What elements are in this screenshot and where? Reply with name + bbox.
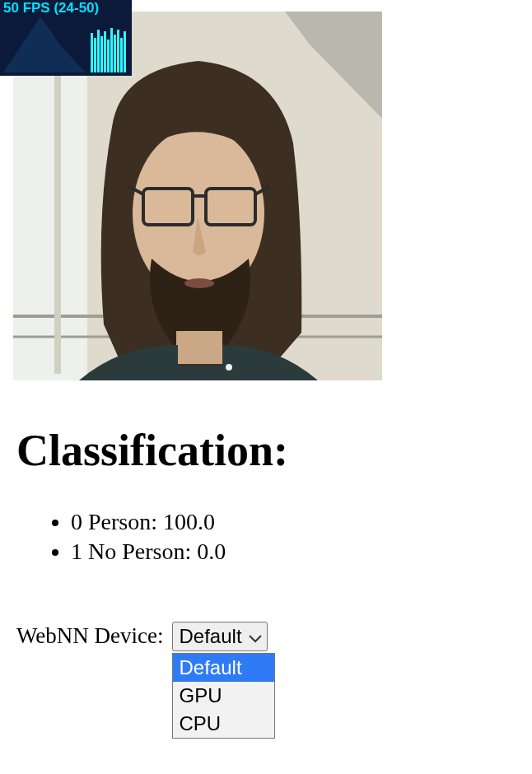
svg-rect-10 — [120, 38, 123, 72]
list-item: 0 Person: 100.0 — [71, 507, 516, 537]
svg-rect-3 — [97, 30, 100, 72]
device-select-value: Default — [180, 625, 242, 647]
device-select-wrapper: Default Default GPU CPU — [172, 622, 268, 651]
chevron-down-icon — [249, 625, 262, 648]
device-option-gpu[interactable]: GPU — [173, 682, 274, 710]
svg-rect-4 — [100, 36, 103, 72]
svg-point-24 — [184, 278, 214, 288]
list-item: 1 No Person: 0.0 — [71, 537, 516, 567]
fps-graph-svg — [3, 15, 128, 72]
device-option-default[interactable]: Default — [173, 654, 274, 682]
svg-marker-0 — [3, 16, 128, 72]
svg-point-26 — [226, 364, 232, 371]
svg-rect-2 — [94, 38, 96, 72]
device-select[interactable]: Default — [172, 622, 268, 651]
svg-rect-1 — [91, 33, 93, 72]
svg-rect-6 — [107, 40, 110, 72]
fps-graph — [3, 15, 128, 72]
classification-results: 0 Person: 100.0 1 No Person: 0.0 — [16, 507, 516, 567]
device-label: WebNN Device: — [16, 623, 164, 649]
device-option-cpu[interactable]: CPU — [173, 710, 274, 738]
svg-rect-9 — [117, 30, 119, 72]
svg-rect-5 — [104, 31, 106, 72]
fps-text: 50 FPS (24-50) — [0, 0, 132, 16]
svg-rect-25 — [176, 331, 222, 364]
device-selector-row: WebNN Device: Default Default GPU CPU — [0, 622, 532, 651]
device-dropdown: Default GPU CPU — [172, 653, 275, 739]
svg-rect-11 — [124, 31, 126, 72]
classification-heading: Classification: — [16, 425, 516, 476]
svg-rect-8 — [114, 35, 116, 72]
fps-overlay: 50 FPS (24-50) — [0, 0, 132, 76]
classification-section: Classification: 0 Person: 100.0 1 No Per… — [0, 380, 532, 567]
svg-rect-7 — [110, 28, 113, 72]
